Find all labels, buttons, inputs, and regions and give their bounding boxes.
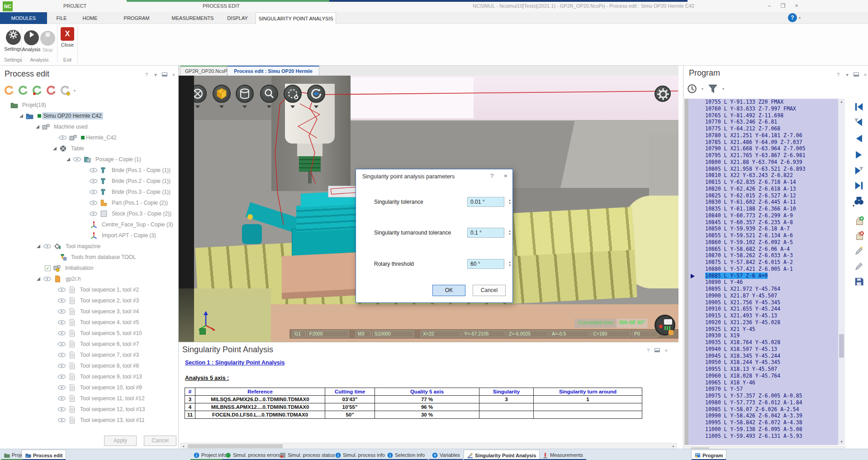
table-row[interactable]: 3MILSQS.APMX26.D...0.TDMIN0.TDMAX003'43"… — [185, 396, 642, 403]
table-row[interactable]: 11FOCEN.D0.LFS0.L...0.TDMIN0.TDMAX050"30… — [185, 411, 642, 419]
visibility-eye-icon[interactable] — [89, 168, 98, 172]
gcode-line[interactable]: 10890 L Y-46 — [684, 279, 838, 286]
gcode-line[interactable]: 10975 L Y-57.357 Z-6.005 A-0.85 — [684, 393, 838, 399]
ribbon-tab-file[interactable]: FILE — [49, 12, 74, 24]
scroll-thumb[interactable] — [839, 334, 844, 358]
pin-icon[interactable] — [854, 72, 859, 78]
visibility-eye-icon[interactable] — [58, 135, 67, 140]
binoculars-icon[interactable] — [854, 196, 864, 206]
tree-item[interactable]: Bride (Pos.3 - Copie (1)) — [0, 187, 178, 197]
gcode-line[interactable]: 10970 L Y-57 — [684, 386, 838, 393]
toolbar-caret-icon[interactable] — [195, 105, 200, 108]
gcode-line[interactable]: 10795 L X21.765 Y-63.867 Z-6.981 — [684, 152, 838, 159]
bottom-tab-selection-info[interactable]: iSelection info — [384, 450, 428, 460]
dialog-field-input[interactable]: 0.01 ° — [467, 197, 504, 207]
tree-item[interactable]: Import APT - Copie (3) — [0, 230, 178, 241]
visibility-eye-icon[interactable] — [89, 190, 98, 194]
next-filter-icon[interactable] — [854, 166, 864, 176]
visibility-eye-icon[interactable] — [89, 179, 98, 183]
tree-item[interactable]: Stock (Pos.3 - Copie (2)) — [0, 208, 178, 219]
pin-icon[interactable] — [655, 348, 660, 353]
spinner-icon[interactable]: ▴▾ — [507, 260, 512, 267]
stock-cylinder-icon[interactable]: ··· — [236, 85, 254, 103]
step-forward-icon[interactable] — [854, 150, 864, 160]
step-back-icon[interactable] — [854, 134, 864, 144]
gcode-line[interactable]: 10875 L Y-57.842 Z-6.015 A-2 — [684, 259, 838, 266]
reset-red-icon[interactable] — [46, 85, 57, 96]
gcode-line[interactable]: 10835 L Y-61.188 Z-6.366 A-10 — [684, 206, 838, 212]
rotate-icon[interactable] — [307, 85, 325, 103]
gcode-line[interactable]: 10880 L Y-57.421 Z-6.005 A-1 — [684, 266, 838, 273]
gcode-line[interactable]: 11005 L Y-59.493 Z-6.131 A-5.93 — [684, 433, 838, 440]
gcode-line[interactable]: 10915 L X21.493 Y-45.13 — [684, 312, 838, 319]
gcode-line[interactable]: 10990 L Y-58.426 Z-6.042 A-3.39 — [684, 412, 838, 419]
ribbon-tab-home[interactable]: HOME — [76, 12, 104, 24]
cancel-button[interactable]: Cancel — [144, 436, 176, 446]
tree-item[interactable]: Tool sequence 7, tool #3 — [0, 350, 178, 360]
tree-item[interactable]: Tool sequence 1, tool #2 — [0, 284, 178, 295]
skip-last-icon[interactable] — [854, 181, 864, 191]
tree-item[interactable]: Tool sequence 13, tool #11 — [0, 415, 178, 426]
gcode-line[interactable]: 10760 L Y-83.633 Z-7.997 FMAX — [684, 105, 838, 112]
gcode-line[interactable]: 10845 L Y-60.357 Z-6.235 A-8 — [684, 219, 838, 226]
gcode-line[interactable]: 10815 L Y-62.835 Z-6.718 A-14 — [684, 179, 838, 186]
skip-first-icon[interactable] — [854, 102, 864, 112]
edit-pencil-icon[interactable] — [854, 261, 864, 271]
gcode-line[interactable]: 10965 L X18 Y-46 — [684, 379, 838, 386]
wcs-icon[interactable] — [199, 328, 206, 335]
panel-tab-process-edit[interactable]: SProcess edit — [22, 450, 66, 460]
help-icon[interactable]: ? — [788, 13, 797, 22]
expand-triangle-icon[interactable] — [66, 158, 70, 161]
tree-item[interactable]: ✓Initialisation — [0, 263, 178, 273]
gcode-line[interactable]: 10825 L Y-62.015 Z-6.527 A-12 — [684, 192, 838, 199]
tree-item[interactable]: Hermle_C42 — [0, 132, 178, 143]
tree-item[interactable]: Tool sequence 10, tool #9 — [0, 382, 178, 393]
toolbar-caret-icon[interactable] — [314, 105, 318, 108]
visibility-eye-icon[interactable] — [57, 418, 66, 422]
gcode-line[interactable]: 10900 L X21.87 Y-45.507 — [684, 292, 838, 299]
close-window-button[interactable]: × — [791, 2, 802, 10]
tree-item[interactable]: Tool sequence 8, tool #8 — [0, 360, 178, 371]
gcode-line[interactable]: 10790 L X21.668 Y-63.964 Z-7.005 — [684, 145, 838, 152]
ribbon-tab-singularity-point-analysis[interactable]: SINGULARITY POINT ANALYSIS — [256, 12, 336, 24]
expand-triangle-icon[interactable] — [53, 147, 57, 150]
dialog-close-icon[interactable]: × — [504, 172, 508, 179]
gcode-line[interactable]: 10950 L X18.244 Y-45.345 — [684, 359, 838, 366]
toolbar-caret-icon[interactable]: ▾ — [74, 89, 76, 93]
reset-green-dot-icon[interactable] — [32, 85, 43, 96]
gcode-line[interactable]: 10785 L X21.486 Y-64.09 Z-7.037 — [684, 139, 838, 146]
maximize-button[interactable]: ❐ — [777, 2, 789, 10]
bottom-tab-simul-process-errors[interactable]: Simul. process errors — [222, 450, 283, 460]
gcode-line[interactable]: 10775 L Y-64.212 Z-7.068 — [684, 125, 838, 132]
ribbon-tab-program[interactable]: PROGRAM — [117, 12, 157, 24]
tree-item[interactable]: Tool sequence 4, tool #5 — [0, 317, 178, 328]
toolbar-caret-icon[interactable] — [242, 105, 247, 108]
tree-item[interactable]: SSimu OP20 Hermle C42 — [0, 110, 178, 121]
bottom-tab-simul-process-info[interactable]: iSimul. process info — [332, 450, 388, 460]
gcode-line[interactable]: 10870 L Y-58.262 Z-6.033 A-3 — [684, 252, 838, 259]
visibility-eye-icon[interactable] — [57, 288, 66, 292]
table-row[interactable]: 4MILBNSS.APMX12....0.TDMIN0.TDMAX010'55"… — [185, 403, 642, 411]
gcode-list[interactable]: 10755 L Y-91.133 Z20 FMAX10760 L Y-83.63… — [684, 99, 838, 445]
toolbar-caret-icon[interactable] — [267, 105, 271, 108]
hand-add-icon[interactable] — [854, 216, 864, 226]
visibility-eye-icon[interactable] — [89, 211, 98, 216]
help-icon[interactable]: ? — [645, 348, 651, 353]
expand-triangle-icon[interactable] — [19, 114, 23, 118]
gcode-line[interactable]: 10930 L X19 — [684, 332, 838, 339]
visibility-eye-icon[interactable] — [57, 298, 66, 303]
clock-icon[interactable] — [687, 84, 697, 94]
gcode-line[interactable]: 10905 L X21.756 Y-45.345 — [684, 299, 838, 306]
gcode-line[interactable]: 10935 L X18.764 Y-45.028 — [684, 339, 838, 346]
gcode-line[interactable]: 11000 L Y-59.138 Z-6.095 A-5.08 — [684, 426, 838, 433]
tree-item[interactable]: Tool sequence 5, tool #10 — [0, 328, 178, 339]
help-icon[interactable]: ? — [144, 72, 149, 78]
apply-button[interactable]: Apply — [104, 436, 137, 446]
visibility-eye-icon[interactable] — [57, 331, 66, 335]
visibility-eye-icon[interactable] — [57, 309, 66, 314]
section-link[interactable]: Section 1 : Singularity Point Analysis — [185, 359, 285, 366]
ribbon-tab-modules[interactable]: MODULES — [0, 12, 47, 24]
gcode-line[interactable]: 10980 L Y-57.773 Z-6.012 A-1.84 — [684, 399, 838, 406]
gcode-line[interactable]: 10985 L Y-58.07 Z-6.026 A-2.54 — [684, 406, 838, 413]
bottom-tab-measurements[interactable]: Measurements — [539, 450, 586, 460]
